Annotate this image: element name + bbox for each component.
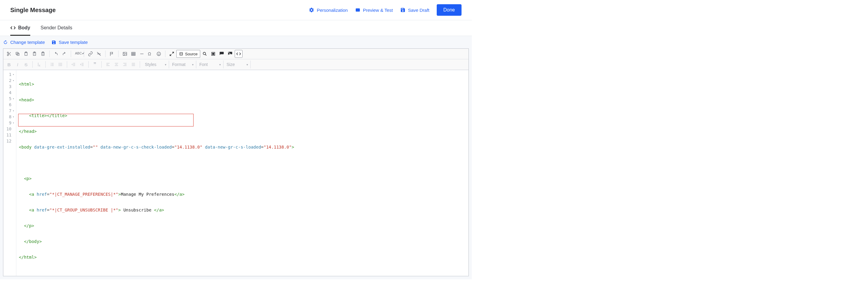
paste-word-icon[interactable]: W (39, 50, 47, 58)
preview-test-link[interactable]: Preview & Test (355, 7, 393, 13)
svg-text:T: T (34, 53, 35, 55)
select-all-icon[interactable] (209, 50, 217, 58)
svg-point-47 (59, 63, 59, 63)
separator (105, 51, 105, 57)
svg-point-20 (124, 53, 124, 54)
change-template-label: Change template (10, 40, 45, 45)
horizontal-rule-icon[interactable] (138, 50, 146, 58)
comment-off-icon[interactable] (226, 50, 234, 58)
separator (88, 61, 89, 68)
eye-icon (355, 7, 361, 13)
editor-wrap: T W ABC✔ Ω (0, 49, 472, 279)
template-subbar: Change template Save template (0, 36, 472, 49)
svg-text:3: 3 (51, 65, 52, 66)
toolbar-row-2: B I S Ix 123 ❞ Styles▾ Form (3, 59, 468, 70)
svg-point-48 (59, 64, 59, 64)
codeview-icon[interactable] (235, 50, 243, 58)
separator (49, 51, 50, 57)
flag-icon[interactable] (108, 50, 116, 58)
separator (84, 51, 84, 57)
svg-line-34 (205, 55, 207, 56)
svg-text:W: W (42, 54, 44, 55)
save-draft-label: Save Draft (408, 7, 430, 13)
styles-dropdown[interactable]: Styles▾ (143, 61, 169, 68)
svg-point-2 (358, 10, 358, 10)
spellcheck-icon[interactable]: ABC✔ (73, 50, 81, 58)
top-actions: Personalization Preview & Test Save Draf… (309, 4, 462, 16)
align-left-icon[interactable] (104, 61, 112, 68)
change-template-link[interactable]: Change template (3, 40, 45, 45)
italic-icon[interactable]: I (13, 61, 22, 68)
tab-sender-details-label: Sender Details (40, 25, 72, 31)
table-icon[interactable] (129, 50, 137, 58)
separator (45, 61, 46, 68)
outdent-icon[interactable] (69, 61, 78, 68)
size-dropdown[interactable]: Size▾ (224, 61, 251, 68)
line-gutter: 1▾ 2▾ 3 4 5▾ 6 7▾ 8▾ 9▾ 10 11 12 (3, 70, 16, 276)
svg-point-27 (157, 52, 161, 56)
separator (71, 51, 71, 57)
tab-sender-details[interactable]: Sender Details (40, 20, 72, 36)
svg-point-49 (59, 65, 59, 66)
search-icon[interactable] (201, 50, 209, 58)
numbered-list-icon[interactable]: 123 (48, 61, 56, 68)
strike-icon[interactable]: S (22, 61, 30, 68)
align-justify-icon[interactable] (129, 61, 137, 68)
done-button[interactable]: Done (437, 4, 462, 16)
emoji-icon[interactable] (155, 50, 163, 58)
font-dropdown[interactable]: Font▾ (197, 61, 223, 68)
save-template-label: Save template (59, 40, 88, 45)
paste-icon[interactable] (22, 50, 30, 58)
save-icon (52, 40, 56, 45)
gear-icon (309, 7, 314, 13)
tab-body-label: Body (18, 25, 30, 31)
align-right-icon[interactable] (121, 61, 129, 68)
indent-icon[interactable] (78, 61, 86, 68)
separator (140, 61, 140, 68)
source-icon (179, 52, 183, 56)
copy-icon[interactable] (13, 50, 22, 58)
refresh-icon (3, 40, 8, 45)
code-editor[interactable]: 1▾ 2▾ 3 4 5▾ 6 7▾ 8▾ 9▾ 10 11 12 <html> … (3, 70, 468, 276)
code-content[interactable]: <html> <head> <title></title> </head> <b… (16, 70, 468, 276)
comment-icon[interactable] (218, 50, 226, 58)
bold-icon[interactable]: B (5, 61, 13, 68)
bullet-list-icon[interactable] (57, 61, 64, 68)
format-dropdown[interactable]: Format▾ (170, 61, 196, 68)
source-label: Source (185, 52, 197, 56)
maximize-icon[interactable] (168, 50, 176, 58)
tab-body[interactable]: Body (10, 20, 30, 36)
svg-point-28 (158, 53, 158, 54)
cut-icon[interactable] (5, 50, 13, 58)
tabs: Body Sender Details (0, 20, 472, 36)
source-button[interactable]: Source (176, 50, 200, 58)
personalization-label: Personalization (317, 7, 348, 13)
page-title: Single Message (10, 7, 56, 13)
preview-test-label: Preview & Test (363, 7, 393, 13)
image-icon[interactable] (121, 50, 129, 58)
separator (165, 51, 165, 57)
save-draft-link[interactable]: Save Draft (400, 7, 430, 13)
save-template-link[interactable]: Save template (52, 40, 88, 45)
link-icon[interactable] (87, 50, 94, 58)
code-icon (10, 25, 16, 31)
svg-point-29 (159, 53, 160, 54)
separator (101, 61, 102, 68)
align-center-icon[interactable] (113, 61, 120, 68)
special-char-icon[interactable]: Ω (146, 50, 154, 58)
save-icon (400, 7, 406, 13)
svg-point-3 (7, 52, 8, 53)
unlink-icon[interactable] (95, 50, 103, 58)
svg-line-6 (10, 55, 11, 56)
blockquote-icon[interactable]: ❞ (91, 61, 99, 68)
svg-line-7 (8, 53, 9, 54)
svg-rect-21 (131, 52, 135, 56)
remove-format-icon[interactable]: Ix (35, 61, 43, 68)
redo-icon[interactable] (61, 50, 68, 58)
undo-icon[interactable] (52, 50, 60, 58)
paste-text-icon[interactable]: T (31, 50, 38, 58)
svg-point-4 (7, 55, 8, 56)
editor: T W ABC✔ Ω (3, 49, 469, 276)
toolbar-row-1: T W ABC✔ Ω (3, 49, 468, 59)
personalization-link[interactable]: Personalization (309, 7, 348, 13)
